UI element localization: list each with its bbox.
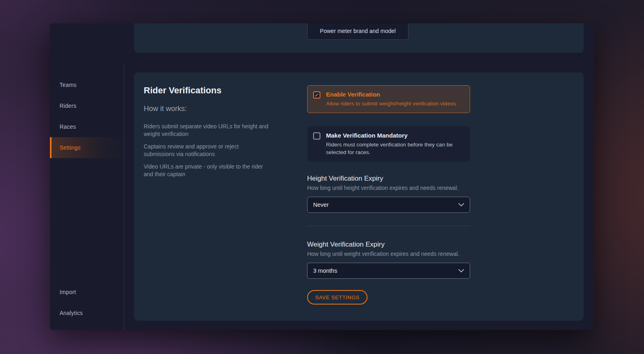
- enable-verification-text: Enable Verification Allow riders to subm…: [326, 91, 456, 107]
- weight-expiry-select[interactable]: 3 months: [307, 263, 470, 279]
- chevron-down-icon: [458, 269, 464, 272]
- how-it-works-column: Rider Verifications How it works: Riders…: [144, 85, 272, 310]
- sidebar-item-settings[interactable]: Settings: [50, 137, 124, 158]
- height-expiry-help: How long until height verification expir…: [307, 185, 470, 191]
- chevron-down-icon: [458, 203, 464, 206]
- how-it-works-heading: How it works:: [144, 105, 272, 113]
- mandatory-verification-option[interactable]: Make Verification Mandatory Riders must …: [307, 126, 470, 162]
- sidebar: Teams Riders Races Settings Import Analy…: [50, 23, 124, 330]
- section-divider: [307, 226, 470, 226]
- height-expiry-select[interactable]: Never: [307, 197, 470, 213]
- enable-verification-option[interactable]: ✓ Enable Verification Allow riders to su…: [307, 85, 470, 113]
- mandatory-verification-checkbox[interactable]: [313, 132, 320, 140]
- sidebar-item-races[interactable]: Races: [50, 116, 124, 137]
- equipment-settings-card-partial: [134, 23, 584, 53]
- verification-settings-form: ✓ Enable Verification Allow riders to su…: [307, 85, 470, 310]
- how-it-works-point: Riders submit separate video URLs for he…: [144, 123, 269, 138]
- height-expiry-value: Never: [313, 202, 329, 208]
- weight-expiry-label: Weight Verification Expiry: [307, 241, 470, 249]
- sidebar-item-analytics[interactable]: Analytics: [50, 303, 124, 323]
- checkmark-icon: ✓: [315, 93, 319, 98]
- enable-verification-checkbox[interactable]: ✓: [313, 91, 320, 99]
- rider-verifications-card: Rider Verifications How it works: Riders…: [134, 72, 584, 321]
- sidebar-item-import[interactable]: Import: [50, 282, 124, 303]
- page-title: Rider Verifications: [144, 85, 272, 96]
- mandatory-verification-description: Riders must complete verification before…: [326, 141, 464, 156]
- app-window: Teams Riders Races Settings Import Analy…: [50, 23, 594, 330]
- height-expiry-label: Height Verification Expiry: [307, 175, 470, 183]
- enable-verification-label: Enable Verification: [326, 91, 456, 98]
- weight-expiry-value: 3 months: [313, 268, 337, 274]
- sidebar-item-teams[interactable]: Teams: [50, 74, 124, 95]
- sidebar-item-riders[interactable]: Riders: [50, 95, 124, 116]
- sidebar-divider: [124, 64, 124, 330]
- weight-expiry-help: How long until weight verification expir…: [307, 251, 470, 257]
- enable-verification-description: Allow riders to submit weight/height ver…: [326, 100, 456, 107]
- height-expiry-field: Height Verification Expiry How long unti…: [307, 175, 470, 213]
- power-meter-input[interactable]: [307, 23, 409, 40]
- weight-expiry-field: Weight Verification Expiry How long unti…: [307, 241, 470, 279]
- how-it-works-point: Video URLs are private - only visible to…: [144, 163, 269, 178]
- mandatory-verification-text: Make Verification Mandatory Riders must …: [326, 132, 464, 156]
- mandatory-verification-label: Make Verification Mandatory: [326, 132, 464, 139]
- how-it-works-point: Captains review and approve or reject su…: [144, 143, 269, 158]
- save-settings-button[interactable]: SAVE SETTINGS: [307, 290, 367, 305]
